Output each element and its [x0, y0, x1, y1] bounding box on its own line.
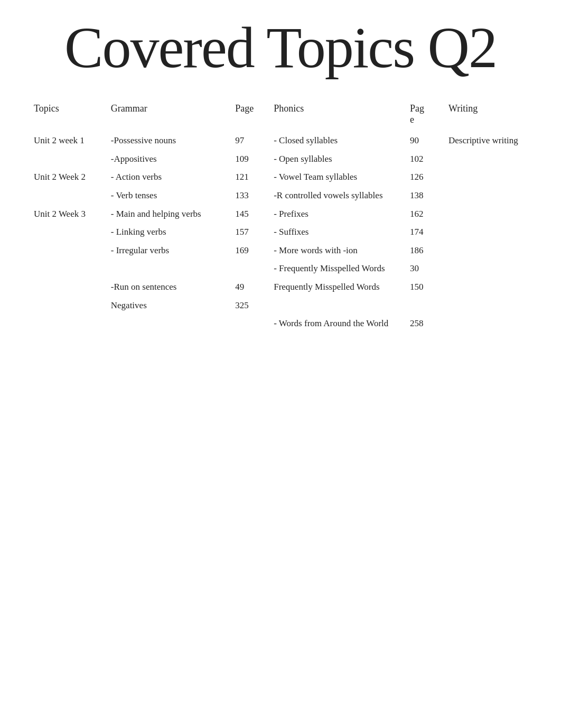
- unit-cell: [32, 315, 109, 333]
- table-row: - Linking verbs157- Suffixes174: [32, 223, 529, 242]
- writing-cell: [446, 187, 529, 205]
- grammar-cell: [109, 260, 233, 278]
- table-row: Negatives325: [32, 297, 529, 315]
- table-row: -Run on sentences49Frequently Misspelled…: [32, 278, 529, 297]
- writing-cell: [446, 297, 529, 315]
- phonics-cell: Frequently Misspelled Words: [272, 278, 408, 297]
- phonics-cell: - Suffixes: [272, 223, 408, 242]
- ppage-cell: 30: [408, 260, 446, 278]
- phonics-cell: - Vowel Team syllables: [272, 168, 408, 187]
- table-row: Unit 2 Week 3- Main and helping verbs145…: [32, 205, 529, 224]
- table-header-row: Topics Grammar Page Phonics Pag e Writin…: [32, 101, 529, 132]
- grammar-cell: - Action verbs: [109, 168, 233, 187]
- ppage-cell: 162: [408, 205, 446, 224]
- grammar-cell: - Main and helping verbs: [109, 205, 233, 224]
- ppage-cell: 174: [408, 223, 446, 242]
- phonics-cell: - Closed syllables: [272, 132, 408, 150]
- ppage-cell: 150: [408, 278, 446, 297]
- page-cell: 49: [233, 278, 272, 297]
- writing-cell: [446, 242, 529, 260]
- ppage-cell: 138: [408, 187, 446, 205]
- phonics-cell: - Prefixes: [272, 205, 408, 224]
- page-cell: 109: [233, 150, 272, 169]
- ppage-cell: 90: [408, 132, 446, 150]
- table-row: Unit 2 Week 2- Action verbs121- Vowel Te…: [32, 168, 529, 187]
- ppage-cell: [408, 297, 446, 315]
- grammar-cell: [109, 315, 233, 333]
- content-table: Topics Grammar Page Phonics Pag e Writin…: [32, 101, 529, 333]
- writing-cell: [446, 168, 529, 187]
- unit-cell: [32, 242, 109, 260]
- phonics-cell: [272, 297, 408, 315]
- page-cell: [233, 315, 272, 333]
- grammar-cell: Negatives: [109, 297, 233, 315]
- page-cell: 133: [233, 187, 272, 205]
- page-title: Covered Topics Q2: [32, 16, 529, 80]
- phonics-cell: -R controlled vowels syllables: [272, 187, 408, 205]
- header-writing: Writing: [446, 101, 529, 132]
- unit-cell: [32, 297, 109, 315]
- phonics-cell: - Words from Around the World: [272, 315, 408, 333]
- page-cell: 157: [233, 223, 272, 242]
- phonics-cell: - Open syllables: [272, 150, 408, 169]
- ppage-cell: 102: [408, 150, 446, 169]
- writing-cell: [446, 278, 529, 297]
- grammar-cell: -Run on sentences: [109, 278, 233, 297]
- unit-cell: Unit 2 Week 3: [32, 205, 109, 224]
- page-cell: 325: [233, 297, 272, 315]
- ppage-cell: 126: [408, 168, 446, 187]
- table-row: -Appositives109- Open syllables102: [32, 150, 529, 169]
- header-ppage: Pag e: [408, 101, 446, 132]
- ppage-cell: 258: [408, 315, 446, 333]
- phonics-cell: - Frequently Misspelled Words: [272, 260, 408, 278]
- grammar-cell: - Irregular verbs: [109, 242, 233, 260]
- page-cell: 145: [233, 205, 272, 224]
- header-page: Page: [233, 101, 272, 132]
- table-row: Unit 2 week 1-Possessive nouns97- Closed…: [32, 132, 529, 150]
- header-topics: Topics: [32, 101, 109, 132]
- unit-cell: [32, 223, 109, 242]
- page-cell: 97: [233, 132, 272, 150]
- unit-cell: Unit 2 week 1: [32, 132, 109, 150]
- phonics-cell: - More words with -ion: [272, 242, 408, 260]
- page-cell: 169: [233, 242, 272, 260]
- writing-cell: [446, 260, 529, 278]
- unit-cell: [32, 187, 109, 205]
- page-cell: [233, 260, 272, 278]
- grammar-cell: -Possessive nouns: [109, 132, 233, 150]
- writing-cell: [446, 223, 529, 242]
- writing-cell: [446, 150, 529, 169]
- table-row: - Words from Around the World258: [32, 315, 529, 333]
- table-row: - Irregular verbs169- More words with -i…: [32, 242, 529, 260]
- grammar-cell: - Linking verbs: [109, 223, 233, 242]
- page-cell: 121: [233, 168, 272, 187]
- unit-cell: Unit 2 Week 2: [32, 168, 109, 187]
- writing-cell: [446, 315, 529, 333]
- header-phonics: Phonics: [272, 101, 408, 132]
- table-row: - Verb tenses133-R controlled vowels syl…: [32, 187, 529, 205]
- unit-cell: [32, 150, 109, 169]
- writing-cell: [446, 205, 529, 224]
- ppage-cell: 186: [408, 242, 446, 260]
- grammar-cell: - Verb tenses: [109, 187, 233, 205]
- writing-cell: Descriptive writing: [446, 132, 529, 150]
- grammar-cell: -Appositives: [109, 150, 233, 169]
- unit-cell: [32, 278, 109, 297]
- unit-cell: [32, 260, 109, 278]
- table-row: - Frequently Misspelled Words30: [32, 260, 529, 278]
- header-grammar: Grammar: [109, 101, 233, 132]
